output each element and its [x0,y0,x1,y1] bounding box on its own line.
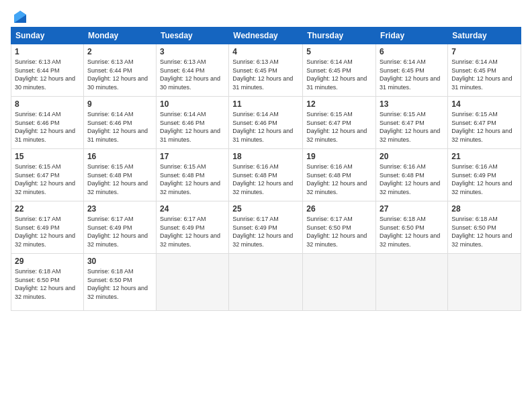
logo-icon [11,11,26,23]
calendar-cell [229,254,303,311]
cell-text: Sunrise: 6:16 AMSunset: 6:48 PMDaylight:… [232,163,293,195]
day-number: 30 [87,257,152,266]
logo-text [11,11,27,23]
calendar-cell: 27 Sunrise: 6:18 AMSunset: 6:50 PMDaylig… [376,201,448,254]
cell-text: Sunrise: 6:13 AMSunset: 6:45 PMDaylight:… [232,58,293,91]
day-number: 11 [232,99,299,109]
cell-text: Sunrise: 6:17 AMSunset: 6:49 PMDaylight:… [232,216,293,248]
cell-text: Sunrise: 6:14 AMSunset: 6:46 PMDaylight:… [232,111,293,143]
calendar-cell: 26 Sunrise: 6:17 AMSunset: 6:50 PMDaylig… [303,201,376,254]
calendar-cell: 4 Sunrise: 6:13 AMSunset: 6:45 PMDayligh… [229,44,303,97]
cell-text: Sunrise: 6:17 AMSunset: 6:49 PMDaylight:… [15,216,75,248]
cell-text: Sunrise: 6:16 AMSunset: 6:49 PMDaylight:… [451,163,512,195]
calendar-cell [303,254,376,311]
day-number: 7 [451,47,517,56]
day-number: 13 [380,99,444,109]
calendar-cell: 13 Sunrise: 6:15 AMSunset: 6:47 PMDaylig… [376,97,448,149]
day-number: 17 [160,152,225,161]
cell-text: Sunrise: 6:13 AMSunset: 6:44 PMDaylight:… [87,58,148,91]
day-number: 15 [15,152,80,161]
cell-text: Sunrise: 6:16 AMSunset: 6:48 PMDaylight:… [380,163,440,195]
calendar-cell: 8 Sunrise: 6:14 AMSunset: 6:46 PMDayligh… [11,97,84,149]
calendar-cell: 19 Sunrise: 6:16 AMSunset: 6:48 PMDaylig… [303,149,376,201]
day-number: 18 [232,152,299,161]
day-number: 3 [160,47,225,56]
day-number: 5 [306,47,372,56]
calendar-cell: 17 Sunrise: 6:15 AMSunset: 6:48 PMDaylig… [156,149,228,201]
cell-text: Sunrise: 6:15 AMSunset: 6:47 PMDaylight:… [306,111,367,143]
cell-text: Sunrise: 6:14 AMSunset: 6:46 PMDaylight:… [15,111,75,143]
header-thursday: Thursday [303,28,376,44]
calendar-cell: 7 Sunrise: 6:14 AMSunset: 6:45 PMDayligh… [448,44,521,97]
day-number: 27 [380,204,444,214]
cell-text: Sunrise: 6:18 AMSunset: 6:50 PMDaylight:… [380,216,440,248]
header-wednesday: Wednesday [229,28,303,44]
calendar-cell: 20 Sunrise: 6:16 AMSunset: 6:48 PMDaylig… [376,149,448,201]
cell-text: Sunrise: 6:15 AMSunset: 6:47 PMDaylight:… [15,163,75,195]
cell-text: Sunrise: 6:17 AMSunset: 6:50 PMDaylight:… [306,216,367,248]
day-number: 22 [15,204,80,214]
day-number: 25 [232,204,299,214]
header-sunday: Sunday [11,28,84,44]
calendar-cell: 3 Sunrise: 6:13 AMSunset: 6:44 PMDayligh… [156,44,228,97]
cell-text: Sunrise: 6:14 AMSunset: 6:46 PMDaylight:… [160,111,220,143]
day-number: 10 [160,99,225,109]
calendar-cell: 21 Sunrise: 6:16 AMSunset: 6:49 PMDaylig… [448,149,521,201]
calendar-cell: 5 Sunrise: 6:14 AMSunset: 6:45 PMDayligh… [303,44,376,97]
calendar-cell: 30 Sunrise: 6:18 AMSunset: 6:50 PMDaylig… [83,254,156,311]
cell-text: Sunrise: 6:14 AMSunset: 6:45 PMDaylight:… [306,58,367,91]
day-number: 28 [451,204,517,214]
cell-text: Sunrise: 6:15 AMSunset: 6:47 PMDaylight:… [380,111,440,143]
cell-text: Sunrise: 6:14 AMSunset: 6:46 PMDaylight:… [87,111,148,143]
calendar-cell [448,254,521,311]
day-number: 12 [306,99,372,109]
day-number: 1 [15,47,80,56]
calendar-cell: 14 Sunrise: 6:15 AMSunset: 6:47 PMDaylig… [448,97,521,149]
calendar-cell [376,254,448,311]
header-tuesday: Tuesday [156,28,228,44]
day-number: 20 [380,152,444,161]
day-number: 6 [380,47,444,56]
page: Sunday Monday Tuesday Wednesday Thursday… [0,0,532,411]
calendar-cell: 16 Sunrise: 6:15 AMSunset: 6:48 PMDaylig… [83,149,156,201]
header-friday: Friday [376,28,448,44]
cell-text: Sunrise: 6:14 AMSunset: 6:45 PMDaylight:… [380,58,440,91]
logo [11,11,27,20]
day-number: 29 [15,257,80,266]
day-number: 14 [451,99,517,109]
calendar-cell: 11 Sunrise: 6:14 AMSunset: 6:46 PMDaylig… [229,97,303,149]
day-number: 23 [87,204,152,214]
day-number: 2 [87,47,152,56]
day-number: 4 [232,47,299,56]
header [11,11,521,20]
day-number: 19 [306,152,372,161]
calendar-cell: 24 Sunrise: 6:17 AMSunset: 6:49 PMDaylig… [156,201,228,254]
cell-text: Sunrise: 6:15 AMSunset: 6:48 PMDaylight:… [160,163,220,195]
calendar-cell: 12 Sunrise: 6:15 AMSunset: 6:47 PMDaylig… [303,97,376,149]
cell-text: Sunrise: 6:15 AMSunset: 6:47 PMDaylight:… [451,111,512,143]
calendar-cell: 9 Sunrise: 6:14 AMSunset: 6:46 PMDayligh… [83,97,156,149]
calendar-cell: 25 Sunrise: 6:17 AMSunset: 6:49 PMDaylig… [229,201,303,254]
cell-text: Sunrise: 6:17 AMSunset: 6:49 PMDaylight:… [87,216,148,248]
day-number: 26 [306,204,372,214]
cell-text: Sunrise: 6:15 AMSunset: 6:48 PMDaylight:… [87,163,148,195]
calendar-cell: 22 Sunrise: 6:17 AMSunset: 6:49 PMDaylig… [11,201,84,254]
cell-text: Sunrise: 6:13 AMSunset: 6:44 PMDaylight:… [15,58,75,91]
calendar-cell [156,254,228,311]
day-number: 9 [87,99,152,109]
header-saturday: Saturday [448,28,521,44]
cell-text: Sunrise: 6:16 AMSunset: 6:48 PMDaylight:… [306,163,367,195]
cell-text: Sunrise: 6:13 AMSunset: 6:44 PMDaylight:… [160,58,220,91]
calendar-cell: 28 Sunrise: 6:18 AMSunset: 6:50 PMDaylig… [448,201,521,254]
cell-text: Sunrise: 6:18 AMSunset: 6:50 PMDaylight:… [15,268,75,300]
day-number: 21 [451,152,517,161]
calendar-cell: 2 Sunrise: 6:13 AMSunset: 6:44 PMDayligh… [83,44,156,97]
calendar-cell: 6 Sunrise: 6:14 AMSunset: 6:45 PMDayligh… [376,44,448,97]
calendar-cell: 23 Sunrise: 6:17 AMSunset: 6:49 PMDaylig… [83,201,156,254]
calendar-cell: 18 Sunrise: 6:16 AMSunset: 6:48 PMDaylig… [229,149,303,201]
cell-text: Sunrise: 6:18 AMSunset: 6:50 PMDaylight:… [451,216,512,248]
header-monday: Monday [83,28,156,44]
day-number: 24 [160,204,225,214]
calendar-table: Sunday Monday Tuesday Wednesday Thursday… [11,27,521,311]
cell-text: Sunrise: 6:14 AMSunset: 6:45 PMDaylight:… [451,58,512,91]
